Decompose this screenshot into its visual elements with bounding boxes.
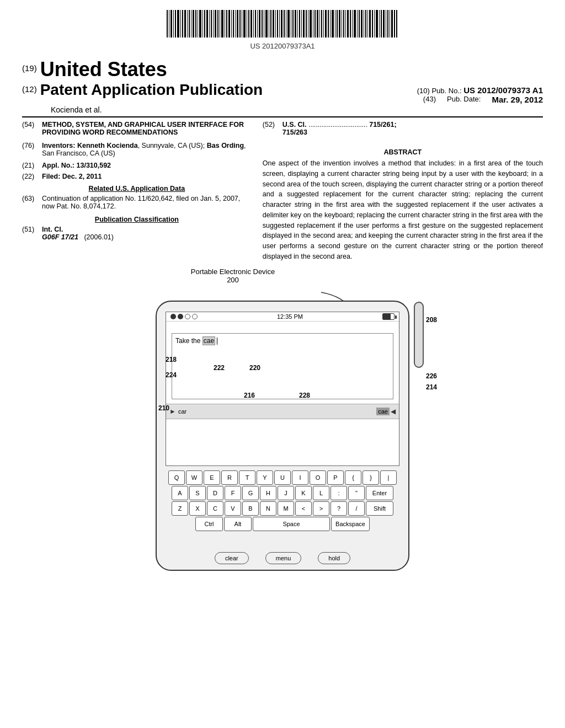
key-u[interactable]: U bbox=[274, 470, 291, 485]
svg-rect-24 bbox=[220, 10, 220, 38]
key-p[interactable]: P bbox=[327, 470, 344, 485]
key-g[interactable]: G bbox=[242, 486, 259, 500]
device-body: 12:35 PM Take the cae ► car bbox=[156, 301, 409, 571]
svg-rect-34 bbox=[242, 10, 242, 38]
key-n[interactable]: N bbox=[260, 501, 276, 516]
scroll-bar[interactable] bbox=[414, 302, 424, 368]
key-colon[interactable]: : bbox=[331, 486, 347, 500]
callout-214: 214 bbox=[426, 383, 437, 391]
key-z[interactable]: Z bbox=[172, 501, 188, 516]
key-l[interactable]: L bbox=[313, 486, 329, 500]
svg-rect-87 bbox=[359, 10, 360, 38]
callout-224: 224 bbox=[166, 371, 177, 379]
key-rbrace[interactable]: } bbox=[363, 470, 379, 485]
clear-button[interactable]: clear bbox=[215, 552, 249, 564]
diagram-section: Portable Electronic Device 200 bbox=[0, 262, 565, 598]
key-backspace[interactable]: Backspace bbox=[331, 517, 370, 531]
key-space[interactable]: Space bbox=[253, 517, 330, 531]
text-input-area[interactable]: Take the cae bbox=[172, 333, 393, 399]
svg-rect-36 bbox=[247, 10, 247, 38]
dot4 bbox=[192, 314, 198, 319]
svg-rect-94 bbox=[374, 10, 375, 38]
svg-rect-31 bbox=[235, 10, 236, 38]
svg-rect-68 bbox=[317, 10, 318, 38]
svg-rect-1 bbox=[169, 10, 169, 38]
key-v[interactable]: V bbox=[225, 501, 241, 516]
key-slash[interactable]: / bbox=[348, 501, 365, 516]
key-gt[interactable]: > bbox=[313, 501, 329, 516]
barcode-image bbox=[167, 10, 398, 38]
hold-button[interactable]: hold bbox=[318, 552, 350, 564]
key-y[interactable]: Y bbox=[257, 470, 273, 485]
key-pipe[interactable]: | bbox=[380, 470, 397, 485]
svg-rect-65 bbox=[310, 10, 312, 38]
key-quote[interactable]: " bbox=[348, 486, 365, 500]
label-10: (10) bbox=[417, 87, 430, 95]
key-i[interactable]: I bbox=[292, 470, 308, 485]
svg-rect-7 bbox=[182, 10, 183, 38]
key-c[interactable]: C bbox=[207, 501, 223, 516]
svg-rect-18 bbox=[206, 10, 208, 38]
svg-rect-46 bbox=[269, 10, 269, 38]
key-x[interactable]: X bbox=[189, 501, 206, 516]
svg-rect-79 bbox=[342, 10, 342, 38]
key-r[interactable]: R bbox=[221, 470, 238, 485]
field-22-num: (22) bbox=[22, 173, 42, 180]
field-51-class: G06F 17/21 bbox=[42, 233, 78, 241]
status-bar: 12:35 PM bbox=[166, 312, 399, 322]
svg-rect-27 bbox=[226, 10, 227, 38]
svg-rect-14 bbox=[198, 10, 198, 38]
key-alt[interactable]: Alt bbox=[224, 517, 252, 531]
key-b[interactable]: B bbox=[242, 501, 259, 516]
key-m[interactable]: M bbox=[278, 501, 294, 516]
svg-rect-39 bbox=[253, 10, 254, 38]
key-f[interactable]: F bbox=[225, 486, 241, 500]
keyboard-row-3: Z X C V B N M < > ? / Shift bbox=[162, 501, 403, 516]
menu-button[interactable]: menu bbox=[265, 552, 302, 564]
battery-fill bbox=[383, 314, 391, 319]
key-q[interactable]: Q bbox=[168, 470, 185, 485]
key-question[interactable]: ? bbox=[331, 501, 347, 516]
key-w[interactable]: W bbox=[186, 470, 202, 485]
svg-rect-51 bbox=[279, 10, 280, 38]
key-o[interactable]: O bbox=[310, 470, 326, 485]
svg-rect-45 bbox=[265, 10, 268, 38]
callout-226: 226 bbox=[426, 372, 437, 380]
svg-rect-4 bbox=[175, 10, 176, 38]
device-label-text: Portable Electronic Device bbox=[191, 267, 275, 276]
svg-rect-67 bbox=[315, 10, 316, 38]
ac-right-word: cae bbox=[376, 408, 390, 415]
key-lbrace[interactable]: { bbox=[345, 470, 361, 485]
key-h[interactable]: H bbox=[260, 486, 276, 500]
field-54-label: METHOD, SYSTEM, AND GRAPHICAL USER INTER… bbox=[42, 121, 252, 136]
key-t[interactable]: T bbox=[239, 470, 255, 485]
key-e[interactable]: E bbox=[204, 470, 220, 485]
inventors-line: Kocienda et al. bbox=[22, 105, 543, 114]
svg-rect-89 bbox=[364, 10, 364, 38]
svg-rect-64 bbox=[308, 10, 308, 38]
key-j[interactable]: J bbox=[278, 486, 294, 500]
svg-rect-54 bbox=[286, 10, 286, 38]
svg-rect-8 bbox=[184, 10, 186, 38]
key-d[interactable]: D bbox=[207, 486, 223, 500]
key-k[interactable]: K bbox=[295, 486, 312, 500]
callout-216: 216 bbox=[244, 392, 255, 399]
ac-left-word: car bbox=[178, 408, 186, 415]
svg-rect-98 bbox=[383, 10, 385, 38]
key-a[interactable]: A bbox=[172, 486, 188, 500]
svg-rect-84 bbox=[352, 10, 353, 38]
key-enter[interactable]: Enter bbox=[366, 486, 393, 500]
key-shift[interactable]: Shift bbox=[366, 501, 393, 516]
key-lt[interactable]: < bbox=[295, 501, 312, 516]
key-ctrl[interactable]: Ctrl bbox=[195, 517, 223, 531]
signal-dots bbox=[170, 314, 198, 319]
autocomplete-bar[interactable]: ► car cae ◀ bbox=[166, 404, 399, 419]
svg-rect-22 bbox=[215, 10, 216, 38]
key-s[interactable]: S bbox=[189, 486, 206, 500]
svg-rect-25 bbox=[221, 10, 223, 38]
field-21-num: (21) bbox=[22, 162, 42, 169]
ac-left: ► car bbox=[166, 408, 376, 415]
device-label: Portable Electronic Device 200 bbox=[191, 267, 275, 284]
svg-rect-95 bbox=[376, 10, 378, 38]
left-column: (54) METHOD, SYSTEM, AND GRAPHICAL USER … bbox=[22, 121, 252, 262]
